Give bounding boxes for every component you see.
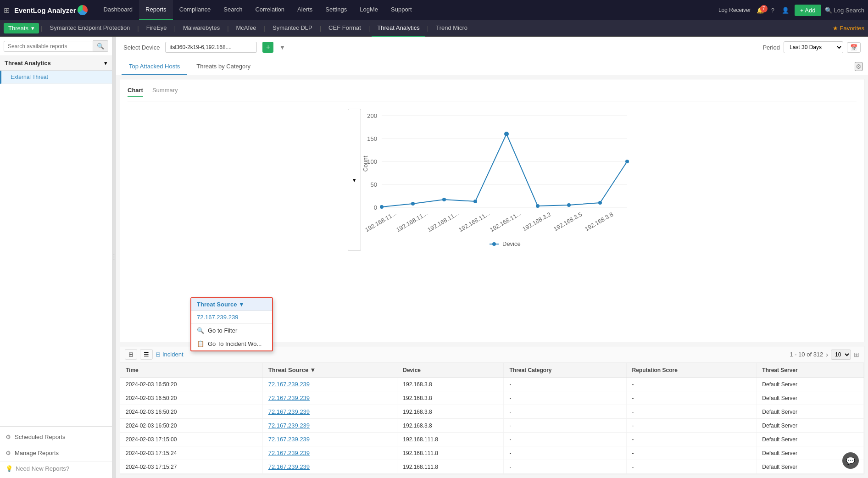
search-input[interactable] (4, 41, 93, 52)
user-icon[interactable]: 👤 (780, 5, 791, 16)
tab-cef-format[interactable]: CEF Format (323, 20, 367, 37)
period-label: Period (762, 44, 780, 51)
grid-icon[interactable]: ⊞ (4, 6, 10, 15)
cell-threat-source[interactable]: 72.167.239.239 (262, 405, 397, 419)
manage-reports-button[interactable]: ⚙ Manage Reports (0, 445, 112, 461)
tab-settings-button[interactable]: ⚙ (855, 62, 862, 71)
col-device: Device (397, 363, 504, 378)
nav-logme[interactable]: LogMe (353, 0, 384, 20)
add-button[interactable]: + Add (795, 5, 821, 16)
sidebar-section-threat-analytics[interactable]: Threat Analytics ▾ (0, 56, 112, 71)
cell-threat-source[interactable]: 72.167.239.239 (262, 446, 397, 460)
context-menu: Threat Source ▼ 72.167.239.239 🔍 Go to F… (190, 297, 273, 351)
chart-tabs: Chart Summary (128, 87, 857, 101)
tab-threat-analytics[interactable]: Threat Analytics (372, 20, 425, 37)
scheduled-reports-label: Scheduled Reports (15, 434, 66, 440)
goto-filter-label: Go to Filter (208, 327, 237, 334)
period-section: Period Last 30 Days Last 7 Days Last 24 … (762, 41, 861, 53)
threats-dropdown[interactable]: Threats ▾ (4, 23, 39, 33)
page-size-select[interactable]: 10 25 50 (831, 350, 851, 360)
cell-device: 192.168.3.8 (397, 391, 504, 405)
log-search-button[interactable]: 🔍 Log Search (825, 7, 865, 14)
nav-support[interactable]: Support (384, 0, 418, 20)
calendar-button[interactable]: 📅 (847, 42, 861, 53)
main-layout: 🔍 Threat Analytics ▾ External Threat ⚙ S… (0, 37, 868, 478)
chat-button[interactable]: 💬 (842, 452, 859, 469)
chart-dropdown-button[interactable]: ▾ (348, 109, 361, 251)
chart-tab-chart[interactable]: Chart (128, 87, 143, 97)
nav-dashboard[interactable]: Dashboard (97, 0, 139, 20)
context-menu-goto-filter[interactable]: 🔍 Go to Filter (191, 324, 272, 337)
svg-point-16 (536, 204, 540, 208)
divider: | (41, 25, 42, 32)
add-device-button[interactable]: + (262, 42, 273, 53)
cell-threat-source[interactable]: 72.167.239.239 (262, 433, 397, 446)
tab-mcafee[interactable]: McAfee (231, 20, 262, 37)
cell-time: 2024-02-03 16:50:20 (120, 391, 262, 405)
context-menu-link-value[interactable]: 72.167.239.239 (197, 314, 238, 321)
sort-icon: ▼ (310, 367, 316, 373)
cell-threat-source[interactable]: 72.167.239.239 (262, 391, 397, 405)
tab-trend-micro[interactable]: Trend Micro (430, 20, 473, 37)
list-view-button[interactable]: ☰ (140, 349, 153, 360)
incident-label: Incident (162, 351, 184, 358)
incident-button[interactable]: ⊟ Incident (156, 351, 184, 358)
help-icon[interactable]: ? (769, 5, 776, 16)
report-tabs: Top Attacked Hosts Threats by Category ⚙ (116, 58, 868, 75)
grid-view-button[interactable]: ⊞ (125, 349, 137, 360)
nav-compliance[interactable]: Compliance (173, 0, 217, 20)
nav-correlation[interactable]: Correlation (249, 0, 291, 20)
column-config-button[interactable]: ⊞ (854, 351, 859, 358)
next-page-button[interactable]: › (826, 351, 828, 358)
context-menu-goto-incident[interactable]: 📋 Go To Incident Wo... (191, 337, 272, 350)
nav-settings[interactable]: Settings (319, 0, 353, 20)
nav-reports[interactable]: Reports (139, 0, 173, 20)
bulb-icon: 💡 (6, 465, 13, 472)
svg-text:0: 0 (374, 204, 377, 211)
svg-point-11 (380, 205, 384, 209)
table-body: 2024-02-03 16:50:20 72.167.239.239 192.1… (120, 378, 864, 474)
device-select[interactable]: itsl360-2k19-6,192.168.... (165, 42, 257, 53)
star-icon: ★ (833, 25, 838, 32)
favorites-label: Favorites (840, 25, 864, 32)
tab-fireeye[interactable]: FireEye (141, 20, 172, 37)
app-title: EventLog Analyzer (14, 6, 76, 14)
manage-reports-label: Manage Reports (15, 450, 59, 456)
cell-threat-source[interactable]: 72.167.239.239 (262, 419, 397, 433)
divider: | (320, 25, 321, 32)
filter-icon[interactable]: ▼ (279, 44, 285, 51)
period-select[interactable]: Last 30 Days Last 7 Days Last 24 Hours C… (784, 41, 843, 53)
favorites-button[interactable]: ★ Favorites (833, 25, 864, 32)
tab-malwarebytes[interactable]: Malwarebytes (178, 20, 225, 37)
context-menu-title: Threat Source ▼ (197, 301, 245, 308)
nav-alerts[interactable]: Alerts (291, 0, 319, 20)
tab-symantec-dlp[interactable]: Symantec DLP (267, 20, 318, 37)
col-threat-source[interactable]: Threat Source ▼ (262, 363, 397, 378)
cell-category: - (504, 391, 626, 405)
main-content: Select Device itsl360-2k19-6,192.168....… (116, 37, 868, 478)
cell-time: 2024-02-03 17:15:00 (120, 433, 262, 446)
tab-symantec-ep[interactable]: Symantec Endpoint Protection (44, 20, 135, 37)
tab-top-attacked-hosts[interactable]: Top Attacked Hosts (122, 58, 187, 75)
sidebar-resize-handle[interactable]: ··· (112, 37, 116, 478)
cell-threat-source[interactable]: 72.167.239.239 (262, 460, 397, 474)
cell-reputation: - (626, 405, 757, 419)
table-pagination: 1 - 10 of 312 › 10 25 50 ⊞ (790, 350, 859, 360)
line-chart: 200 150 100 50 0 Count (361, 109, 636, 251)
divider: | (174, 25, 176, 32)
chart-tab-summary[interactable]: Summary (152, 87, 178, 97)
svg-text:192.168.11...: 192.168.11... (426, 210, 460, 233)
sidebar-item-external-threat[interactable]: External Threat (0, 71, 112, 84)
col-threat-server: Threat Server (757, 363, 864, 378)
cell-threat-source[interactable]: 72.167.239.239 (262, 378, 397, 391)
svg-point-12 (411, 202, 415, 206)
nav-search[interactable]: Search (217, 0, 249, 20)
need-reports-button[interactable]: 💡 Need New Reports? (0, 461, 112, 476)
cell-category: - (504, 378, 626, 391)
gear-icon-manage: ⚙ (6, 450, 11, 456)
cell-time: 2024-02-03 16:50:20 (120, 419, 262, 433)
cell-device: 192.168.111.8 (397, 433, 504, 446)
tab-threats-by-category[interactable]: Threats by Category (189, 58, 258, 75)
search-button[interactable]: 🔍 (93, 40, 108, 52)
scheduled-reports-button[interactable]: ⚙ Scheduled Reports (0, 429, 112, 445)
